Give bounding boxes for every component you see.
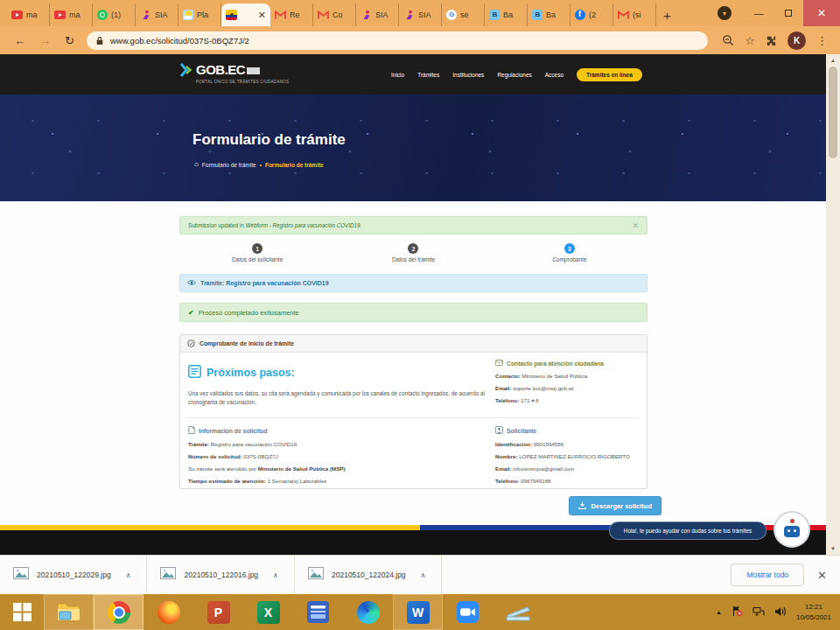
- nav-item-acceso[interactable]: Acceso: [545, 72, 564, 78]
- hero-banner: Formulario de trámite ⌂ Formulario de tr…: [0, 94, 840, 201]
- windows-taskbar: ▲ 12:21 10/05/2021: [0, 594, 840, 630]
- nav-item-regulaciones[interactable]: Regulaciones: [497, 72, 531, 78]
- network-icon[interactable]: [752, 605, 765, 620]
- browser-tab[interactable]: SIA: [356, 4, 399, 26]
- volume-icon[interactable]: [774, 605, 787, 620]
- browser-tab[interactable]: Re: [270, 4, 313, 26]
- download-button-label: Descargar solicitud: [591, 502, 652, 510]
- reload-icon[interactable]: ↻: [65, 35, 74, 46]
- forward-icon[interactable]: →: [39, 35, 51, 46]
- contact-section: Contacto para atención ciudadana Contact…: [495, 360, 644, 403]
- browser-tab[interactable]: SIA: [136, 4, 178, 26]
- taskbar-apps: [0, 594, 542, 630]
- browser-tab[interactable]: (si: [613, 4, 656, 26]
- browser-tab[interactable]: ma: [50, 4, 93, 26]
- taskbar-zoom[interactable]: [443, 594, 493, 630]
- browser-toolbar: ← → ↻ www.gob.ec/solicitud/037S-0BQZ7J/2…: [0, 26, 840, 54]
- back-icon[interactable]: ←: [14, 35, 25, 46]
- taskbar-start[interactable]: [0, 594, 44, 630]
- taskbar-file-explorer[interactable]: [44, 594, 94, 630]
- download-request-button[interactable]: Descargar solicitud: [569, 496, 662, 515]
- step-label: Datos del solicitante: [232, 256, 283, 262]
- browser-tab[interactable]: (1): [93, 4, 136, 26]
- chat-assistant-button[interactable]: [774, 511, 810, 548]
- maximize-icon: [785, 10, 792, 17]
- taskbar-clock[interactable]: 12:21 10/05/2021: [796, 602, 831, 621]
- extensions-puzzle-icon[interactable]: [766, 35, 777, 46]
- browser-tab[interactable]: ✕: [221, 4, 270, 26]
- new-tab-button[interactable]: +: [663, 9, 671, 22]
- browser-tab[interactable]: se: [442, 4, 485, 26]
- window-minimize-button[interactable]: —: [744, 0, 774, 26]
- tab-title: Ba: [503, 10, 522, 19]
- tab-close-icon[interactable]: ✕: [258, 10, 266, 20]
- taskbar-scanner[interactable]: [493, 594, 542, 630]
- tab-title: (1): [111, 10, 130, 19]
- tab-title: ma: [69, 10, 88, 19]
- tab-title: SIA: [155, 10, 173, 19]
- window-maximize-button[interactable]: [774, 0, 803, 26]
- bookmark-star-icon[interactable]: ☆: [745, 34, 755, 47]
- tab-title: ma: [26, 10, 45, 19]
- browser-tab[interactable]: Co: [313, 4, 356, 26]
- robot-icon: [784, 526, 800, 537]
- detail-line: Email: soporte.tics@msp.gob.ec: [495, 385, 644, 391]
- gmail-icon: [318, 10, 329, 21]
- taskbar-chrome[interactable]: [94, 594, 144, 630]
- home-icon: ⌂: [194, 161, 199, 168]
- browser-tab[interactable]: Pla: [178, 4, 221, 26]
- browser-tab[interactable]: Ba: [528, 4, 570, 26]
- chevron-up-icon[interactable]: ∧: [126, 571, 131, 579]
- chevron-up-icon[interactable]: ∧: [421, 571, 426, 579]
- zoom-out-icon[interactable]: [722, 34, 734, 46]
- show-all-downloads-button[interactable]: Mostrar todo: [731, 564, 804, 586]
- action-center-flag-icon[interactable]: [732, 605, 743, 620]
- gobec-arrows-icon: [179, 62, 192, 81]
- start-icon: [13, 603, 32, 621]
- nav-item-inicio[interactable]: Inicio: [391, 72, 404, 78]
- scrollbar-thumb[interactable]: [829, 66, 837, 158]
- address-bar[interactable]: www.gob.ec/solicitud/037S-0BQZ7J/2: [87, 32, 708, 50]
- page-scrollbar[interactable]: ▲ ▼: [826, 54, 840, 555]
- tramite-bar-text: Trámite: Registro para vacunación COVID1…: [200, 280, 329, 286]
- browser-tab[interactable]: Ba: [485, 4, 528, 26]
- tab-search-icon[interactable]: ▼: [718, 6, 732, 20]
- download-item[interactable]: 20210510_122029.jpg∧: [0, 556, 147, 594]
- site-nav: InicioTrámitesInstitucionesRegulacionesA…: [391, 54, 642, 94]
- scan-app-icon: [307, 601, 329, 623]
- scroll-down-icon[interactable]: ▼: [830, 546, 836, 551]
- browser-tab[interactable]: (2: [570, 4, 613, 26]
- alert-close-icon[interactable]: ✕: [632, 221, 639, 230]
- downloads-bar-close-icon[interactable]: ✕: [817, 569, 827, 582]
- nav-cta-button[interactable]: Trámites en línea: [577, 68, 642, 81]
- powerpoint-icon: [207, 601, 230, 624]
- download-chips: 20210510_122029.jpg∧20210510_122016.jpg∧…: [0, 556, 442, 594]
- taskbar-excel[interactable]: [243, 594, 293, 630]
- ecuador-icon: [226, 10, 237, 20]
- download-item[interactable]: 20210510_122024.jpg∧: [295, 556, 442, 594]
- browser-tab[interactable]: SIA: [399, 4, 442, 26]
- taskbar-scan-app[interactable]: [293, 594, 343, 630]
- browser-menu-icon[interactable]: ⋮: [816, 34, 828, 47]
- nav-item-instituciones[interactable]: Instituciones: [452, 72, 484, 78]
- document-icon: [188, 426, 195, 435]
- nav-item-trmites[interactable]: Trámites: [417, 72, 439, 78]
- sia-icon: [140, 10, 151, 21]
- taskbar-powerpoint[interactable]: [193, 594, 243, 630]
- browser-tab[interactable]: ma: [7, 4, 50, 26]
- tray-expand-icon[interactable]: ▲: [716, 609, 722, 615]
- step-number: 1: [252, 243, 262, 254]
- tab-title: se: [460, 10, 480, 19]
- profile-avatar[interactable]: K: [788, 32, 806, 50]
- download-filename: 20210510_122016.jpg: [184, 570, 258, 579]
- scroll-up-icon[interactable]: ▲: [830, 58, 836, 63]
- taskbar-word[interactable]: [393, 594, 443, 630]
- breadcrumb-home[interactable]: Formulario de trámite: [202, 162, 256, 168]
- chevron-up-icon[interactable]: ∧: [273, 571, 278, 579]
- download-item[interactable]: 20210510_122016.jpg∧: [147, 556, 294, 594]
- step-label: Datos del trámite: [392, 256, 435, 262]
- taskbar-edge[interactable]: [343, 594, 393, 630]
- window-close-button[interactable]: ✕: [803, 0, 840, 26]
- taskbar-firefox[interactable]: [144, 594, 193, 630]
- gobec-logo[interactable]: GOB.EC PORTAL ÚNICO DE TRÁMITES CIUDADAN…: [179, 62, 289, 84]
